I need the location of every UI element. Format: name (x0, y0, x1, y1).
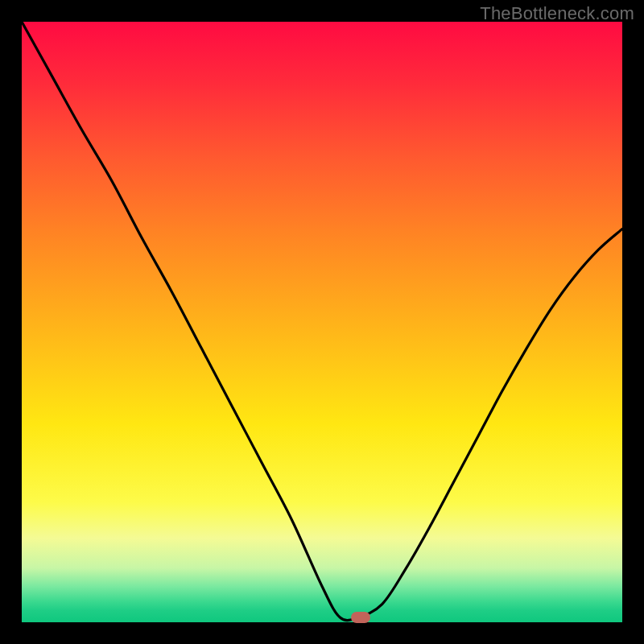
bottleneck-curve (22, 22, 622, 622)
plot-area (22, 22, 622, 622)
chart-frame: TheBottleneck.com (0, 0, 644, 644)
optimum-marker (351, 612, 370, 623)
